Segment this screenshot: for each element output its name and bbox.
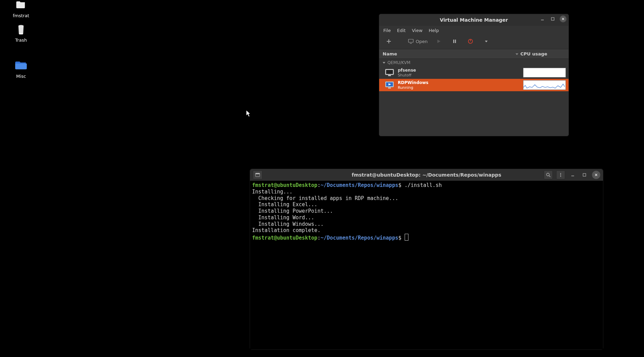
- titlebar[interactable]: Virtual Machine Manager: [379, 14, 569, 26]
- maximize-button[interactable]: [580, 171, 589, 179]
- sort-indicator-icon: [516, 53, 518, 55]
- desktop-icon-home[interactable]: fmstrat: [9, 0, 33, 18]
- desktop-label: fmstrat: [9, 13, 33, 18]
- close-button[interactable]: [592, 171, 600, 179]
- svg-marker-12: [437, 40, 440, 43]
- pause-button[interactable]: [448, 36, 461, 46]
- svg-rect-21: [388, 75, 391, 76]
- menu-help[interactable]: Help: [429, 28, 439, 33]
- svg-point-0: [19, 25, 24, 27]
- desktop-label: Trash: [9, 38, 33, 43]
- expand-icon: [383, 62, 385, 64]
- kebab-icon: [558, 172, 563, 177]
- terminal-icon: [255, 173, 260, 177]
- svg-rect-34: [583, 174, 586, 176]
- desktop-label: Misc: [9, 74, 33, 79]
- svg-marker-17: [485, 41, 488, 42]
- col-cpu-label: CPU usage: [520, 51, 565, 56]
- vm-state: Shutoff: [398, 73, 520, 77]
- svg-rect-20: [386, 70, 393, 74]
- svg-line-29: [549, 176, 550, 177]
- svg-rect-14: [455, 40, 456, 43]
- vm-row-rdpwindows[interactable]: RDPWindows Running: [379, 79, 569, 91]
- svg-marker-37: [246, 110, 250, 117]
- window-title: Virtual Machine Manager: [440, 17, 508, 23]
- minimize-button[interactable]: [539, 15, 546, 22]
- menu-button[interactable]: [556, 170, 565, 179]
- virt-manager-window[interactable]: Virtual Machine Manager File Edit View H…: [379, 14, 569, 136]
- col-name-label: Name: [383, 51, 397, 56]
- menu-view[interactable]: View: [412, 28, 423, 33]
- column-headers: Name CPU usage: [379, 49, 569, 59]
- terminal-window[interactable]: fmstrat@ubuntuDesktop: ~/Documents/Repos…: [250, 169, 603, 350]
- search-button[interactable]: [544, 170, 553, 179]
- search-icon: [546, 172, 551, 177]
- vm-name: RDPWindows: [398, 80, 520, 85]
- folder-icon: [14, 59, 28, 72]
- maximize-button[interactable]: [549, 15, 556, 22]
- open-button[interactable]: Open: [406, 36, 430, 46]
- menu-file[interactable]: File: [383, 28, 391, 33]
- svg-rect-13: [453, 40, 454, 43]
- home-icon: [14, 0, 28, 12]
- connection-row[interactable]: QEMU/KVM: [379, 59, 569, 66]
- close-button[interactable]: [560, 15, 567, 22]
- svg-rect-27: [256, 173, 260, 174]
- run-button[interactable]: [432, 36, 446, 46]
- shutdown-dropdown[interactable]: [479, 36, 493, 46]
- menubar: File Edit View Help: [379, 26, 569, 35]
- svg-point-32: [560, 176, 561, 177]
- svg-rect-25: [388, 87, 391, 88]
- new-tab-button[interactable]: [253, 170, 262, 179]
- cpu-graph: [523, 80, 566, 90]
- svg-point-31: [560, 175, 561, 176]
- svg-rect-10: [408, 39, 413, 42]
- cpu-graph: [523, 68, 566, 77]
- open-label: Open: [416, 39, 428, 44]
- svg-point-28: [547, 173, 549, 176]
- new-vm-button[interactable]: [382, 36, 396, 46]
- vm-name: pfsense: [398, 68, 520, 73]
- vm-state: Running: [398, 85, 520, 90]
- monitor-icon: [408, 39, 414, 44]
- vm-row-pfsense[interactable]: pfsense Shutoff: [379, 66, 569, 79]
- desktop-icon-folder[interactable]: Misc: [9, 59, 33, 79]
- menu-edit[interactable]: Edit: [397, 28, 406, 33]
- shutdown-button[interactable]: [464, 36, 477, 46]
- svg-rect-5: [551, 18, 554, 20]
- trash-icon: [14, 22, 28, 36]
- vm-state-icon: [385, 81, 394, 89]
- mouse-cursor: [246, 110, 252, 119]
- desktop-icon-trash[interactable]: Trash: [9, 22, 33, 43]
- svg-point-30: [560, 173, 561, 174]
- connection-name: QEMU/KVM: [387, 60, 411, 65]
- minimize-button[interactable]: [569, 171, 577, 179]
- vm-state-icon: [385, 69, 394, 77]
- svg-marker-18: [516, 53, 518, 55]
- toolbar: Open: [379, 35, 569, 49]
- titlebar[interactable]: fmstrat@ubuntuDesktop: ~/Documents/Repos…: [250, 169, 603, 181]
- terminal-screen[interactable]: fmstrat@ubuntuDesktop:~/Documents/Repos/…: [250, 181, 603, 349]
- vm-list-empty-area: [379, 91, 569, 136]
